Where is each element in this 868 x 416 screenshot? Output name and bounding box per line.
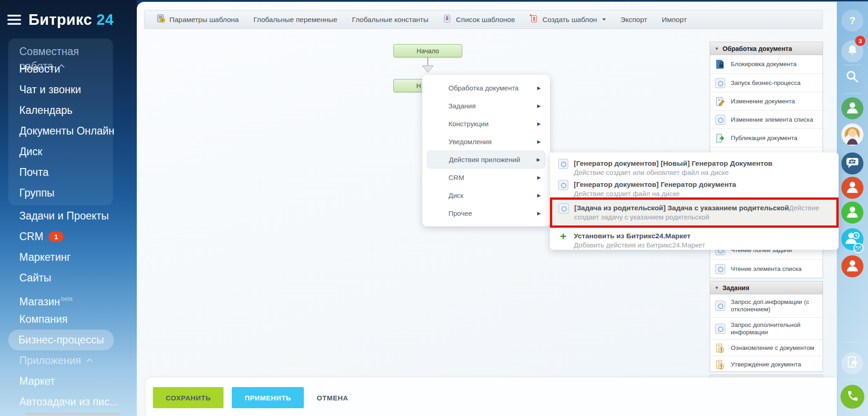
horizontal-scrollbar[interactable] bbox=[25, 413, 120, 415]
menu-item-disk[interactable]: Диск▶ bbox=[422, 186, 550, 204]
clipped-node[interactable]: Н bbox=[393, 79, 422, 92]
mobile-app-button[interactable] bbox=[841, 352, 863, 374]
logo-number: 24 bbox=[96, 11, 114, 28]
menu-item-app-actions[interactable]: Действия приложений▶ bbox=[427, 151, 545, 169]
toolbar-import[interactable]: Импорт bbox=[662, 16, 687, 24]
toolbar-create-template[interactable]: * Создать шаблон bbox=[530, 14, 606, 25]
toolbar-global-variables[interactable]: Глобальные переменные bbox=[253, 16, 337, 24]
toolbar-export[interactable]: Экспорт bbox=[621, 16, 647, 24]
rail-divider bbox=[843, 379, 862, 380]
toolbar-label: Список шаблонов bbox=[456, 16, 515, 24]
logo[interactable]: Битрикс 24 bbox=[28, 11, 114, 28]
palette-header-label: Задания bbox=[722, 284, 749, 292]
cancel-button[interactable]: ОТМЕНА bbox=[312, 387, 353, 408]
palette-section-tasks: ▼Задания Запрос доп.информации (с отклон… bbox=[710, 281, 823, 372]
contact-red2-button[interactable] bbox=[841, 255, 863, 277]
palette-item[interactable]: Чтение элемента списка bbox=[710, 259, 823, 278]
phone-button[interactable] bbox=[840, 385, 864, 409]
sidebar-item-sites[interactable]: Сайты bbox=[8, 268, 128, 288]
connector-line bbox=[427, 57, 428, 65]
palette-item[interactable]: ! Ознакомление с документом bbox=[710, 339, 823, 356]
sidebar-item-company[interactable]: Компания bbox=[8, 309, 128, 330]
palette-item[interactable]: Запрос дополнительной информации bbox=[710, 317, 823, 339]
rail-divider bbox=[843, 65, 862, 65]
toolbar-template-parameters[interactable]: Параметры шаблона bbox=[157, 14, 239, 25]
plus-icon: + bbox=[558, 231, 568, 242]
group-chat-button[interactable] bbox=[841, 152, 863, 174]
sidebar-header-collaboration[interactable]: Совместная работа bbox=[8, 44, 113, 59]
sidebar-item-mail[interactable]: Почта bbox=[8, 162, 113, 183]
contact-green-button[interactable] bbox=[841, 97, 863, 119]
submenu-item-title: [Генератор документов] Генератор докумен… bbox=[574, 180, 736, 189]
submenu-arrow-icon: ▶ bbox=[537, 186, 541, 204]
palette-header-label: Обработка документа bbox=[722, 45, 792, 52]
toolbar-global-constants[interactable]: Глобальные константы bbox=[352, 16, 428, 24]
sidebar-item-disk[interactable]: Диск bbox=[8, 141, 113, 162]
toolbar-label: Параметры шаблона bbox=[169, 16, 239, 24]
contact-red-button[interactable] bbox=[841, 177, 863, 199]
palette-item-label: Утверждение документа bbox=[731, 361, 801, 368]
palette-item[interactable]: Запуск бизнес-процесса bbox=[710, 73, 823, 92]
save-button[interactable]: СОХРАНИТЬ bbox=[153, 387, 224, 408]
contact-green2-button[interactable] bbox=[841, 202, 863, 224]
submenu-item-title: Установить из Битрикс24.Маркет bbox=[574, 231, 705, 241]
app-actions-submenu: [Генератор документов] [Новый] Генератор… bbox=[550, 152, 839, 250]
submenu-item-install-market[interactable]: + Установить из Битрикс24.МаркетДобавить… bbox=[550, 231, 839, 249]
avatar bbox=[841, 124, 863, 146]
user-avatar[interactable] bbox=[841, 124, 863, 146]
sidebar-item-calendar[interactable]: Календарь bbox=[8, 100, 113, 121]
notification-badge: 3 bbox=[855, 36, 865, 46]
sidebar-item-market[interactable]: Маркет bbox=[8, 371, 128, 392]
palette-item-label: Изменение документа bbox=[731, 98, 795, 105]
submenu-item-description: Добавить действия из Битрикс24.Маркет bbox=[574, 241, 705, 249]
svg-text:!: ! bbox=[720, 347, 722, 353]
palette-item-label: Ознакомление с документом bbox=[731, 344, 814, 352]
palette-header[interactable]: ▼Задания bbox=[710, 281, 823, 294]
menu-item-constructions[interactable]: Конструкции▶ bbox=[422, 115, 550, 133]
menu-item-other[interactable]: Прочее▶ bbox=[422, 204, 550, 222]
palette-item[interactable]: Изменение элемента списка bbox=[710, 110, 823, 129]
palette-item[interactable]: Изменение документа bbox=[710, 92, 823, 110]
sidebar-item-groups[interactable]: Группы bbox=[8, 183, 113, 203]
sidebar-item-shop[interactable]: Магазинbeta bbox=[8, 288, 128, 309]
submenu-item-docgen[interactable]: [Генератор документов] Генератор докумен… bbox=[550, 180, 839, 198]
device-sync-icon bbox=[846, 355, 859, 371]
triangle-down-icon: ▼ bbox=[715, 46, 719, 51]
submenu-item-docgen-new[interactable]: [Генератор документов] [Новый] Генератор… bbox=[550, 159, 839, 177]
submenu-item-parent-task[interactable]: [Задача из родительской] Задача с указан… bbox=[552, 200, 836, 225]
search-button[interactable] bbox=[845, 69, 860, 84]
toolbar-template-list[interactable]: Список шаблонов bbox=[443, 14, 515, 25]
sidebar-item-business-processes[interactable]: Бизнес-процессы bbox=[8, 330, 114, 350]
beta-tag: beta bbox=[61, 295, 73, 302]
palette-item[interactable]: Блокировка документа bbox=[710, 55, 823, 73]
user-green2-icon bbox=[846, 205, 859, 220]
palette-header[interactable]: ▼Обработка документа bbox=[710, 42, 823, 55]
submenu-arrow-icon: ▶ bbox=[537, 79, 541, 97]
palette-item[interactable]: Публикация документа bbox=[710, 129, 823, 147]
connector-arrow-icon[interactable] bbox=[422, 65, 434, 75]
help-button[interactable]: ? bbox=[841, 10, 863, 32]
sidebar-item-tasks[interactable]: Задачи и Проекты bbox=[8, 206, 128, 226]
toolbar-label: Импорт bbox=[662, 16, 687, 24]
palette-item[interactable]: Запрос доп.информации (с отклонением) bbox=[710, 294, 823, 317]
sidebar-header-apps[interactable]: Приложения bbox=[8, 350, 128, 371]
menu-item-crm[interactable]: CRM▶ bbox=[422, 169, 550, 186]
menu-item-label: Уведомления bbox=[448, 138, 492, 146]
add-action-context-menu: Обработка документа▶ Задания▶ Конструкци… bbox=[422, 75, 550, 226]
activity-icon bbox=[558, 159, 568, 169]
menu-item-tasks[interactable]: Задания▶ bbox=[422, 97, 550, 115]
sidebar-item-chat[interactable]: Чат и звонки bbox=[8, 79, 113, 100]
submenu-item-description: Действие создает или обновляет файл на д… bbox=[574, 168, 773, 177]
apply-button[interactable]: ПРИМЕНИТЬ bbox=[232, 387, 304, 408]
palette-item-label: Блокировка документа bbox=[731, 61, 796, 68]
sidebar-item-docs-online[interactable]: Документы Онлайн bbox=[8, 121, 113, 141]
menu-hamburger-icon[interactable] bbox=[7, 15, 21, 25]
activity-icon bbox=[715, 324, 725, 334]
menu-item-notifications[interactable]: Уведомления▶ bbox=[422, 133, 550, 151]
sidebar-item-autotasks[interactable]: Автозадачи из пис... bbox=[8, 392, 128, 412]
sidebar-item-marketing[interactable]: Маркетинг bbox=[8, 247, 128, 268]
sidebar-item-crm[interactable]: CRM1 bbox=[8, 226, 128, 247]
start-node[interactable]: Начало bbox=[393, 44, 462, 57]
palette-item[interactable]: ! Утверждение документа bbox=[710, 356, 823, 372]
menu-item-document-processing[interactable]: Обработка документа▶ bbox=[422, 79, 550, 97]
